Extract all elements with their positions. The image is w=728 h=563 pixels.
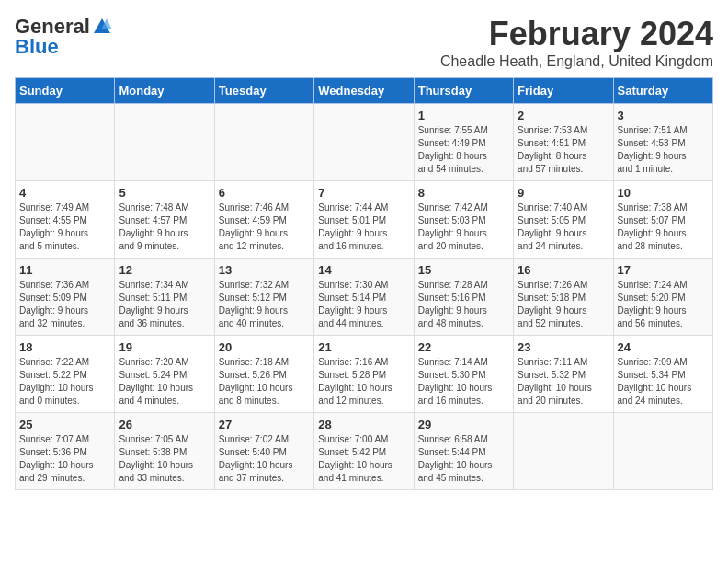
day-number: 4 xyxy=(19,186,110,200)
calendar-cell: 21Sunrise: 7:16 AM Sunset: 5:28 PM Dayli… xyxy=(314,336,414,413)
calendar-table: SundayMondayTuesdayWednesdayThursdayFrid… xyxy=(15,77,713,490)
day-info: Sunrise: 7:40 AM Sunset: 5:05 PM Dayligh… xyxy=(518,201,609,253)
day-info: Sunrise: 7:30 AM Sunset: 5:14 PM Dayligh… xyxy=(318,279,409,330)
calendar-cell: 22Sunrise: 7:14 AM Sunset: 5:30 PM Dayli… xyxy=(414,336,513,413)
calendar-cell xyxy=(514,413,613,490)
calendar-cell: 10Sunrise: 7:38 AM Sunset: 5:07 PM Dayli… xyxy=(613,181,712,259)
day-info: Sunrise: 7:22 AM Sunset: 5:22 PM Dayligh… xyxy=(19,356,110,408)
calendar-cell: 11Sunrise: 7:36 AM Sunset: 5:09 PM Dayli… xyxy=(16,259,115,336)
calendar-cell: 26Sunrise: 7:05 AM Sunset: 5:38 PM Dayli… xyxy=(115,413,214,490)
day-number: 27 xyxy=(219,418,310,431)
calendar-cell: 8Sunrise: 7:42 AM Sunset: 5:03 PM Daylig… xyxy=(414,181,513,259)
calendar-cell: 23Sunrise: 7:11 AM Sunset: 5:32 PM Dayli… xyxy=(514,336,613,413)
week-row-1: 1Sunrise: 7:55 AM Sunset: 4:49 PM Daylig… xyxy=(16,104,713,181)
calendar-cell: 27Sunrise: 7:02 AM Sunset: 5:40 PM Dayli… xyxy=(214,413,313,490)
calendar-cell: 15Sunrise: 7:28 AM Sunset: 5:16 PM Dayli… xyxy=(414,259,513,336)
calendar-cell: 17Sunrise: 7:24 AM Sunset: 5:20 PM Dayli… xyxy=(613,259,712,336)
week-row-2: 4Sunrise: 7:49 AM Sunset: 4:55 PM Daylig… xyxy=(16,181,713,259)
day-number: 15 xyxy=(418,263,509,277)
calendar-cell: 6Sunrise: 7:46 AM Sunset: 4:59 PM Daylig… xyxy=(214,181,313,259)
calendar-cell: 4Sunrise: 7:49 AM Sunset: 4:55 PM Daylig… xyxy=(16,181,115,259)
header: General Blue February 2024 Cheadle Heath… xyxy=(15,15,713,70)
day-number: 20 xyxy=(219,340,310,354)
day-info: Sunrise: 7:00 AM Sunset: 5:42 PM Dayligh… xyxy=(318,433,409,485)
day-info: Sunrise: 7:16 AM Sunset: 5:28 PM Dayligh… xyxy=(318,356,409,408)
calendar-cell: 16Sunrise: 7:26 AM Sunset: 5:18 PM Dayli… xyxy=(514,259,613,336)
day-info: Sunrise: 7:09 AM Sunset: 5:34 PM Dayligh… xyxy=(618,356,709,408)
logo-icon xyxy=(92,17,112,37)
day-number: 2 xyxy=(518,109,609,122)
day-info: Sunrise: 7:48 AM Sunset: 4:57 PM Dayligh… xyxy=(119,201,210,253)
day-info: Sunrise: 7:02 AM Sunset: 5:40 PM Dayligh… xyxy=(219,433,310,485)
calendar-cell: 3Sunrise: 7:51 AM Sunset: 4:53 PM Daylig… xyxy=(613,104,712,181)
location-title: Cheadle Heath, England, United Kingdom xyxy=(440,53,713,70)
day-number: 19 xyxy=(119,340,210,354)
day-number: 8 xyxy=(418,186,509,200)
weekday-header-friday: Friday xyxy=(514,78,613,104)
calendar-cell xyxy=(314,104,414,181)
day-info: Sunrise: 7:26 AM Sunset: 5:18 PM Dayligh… xyxy=(518,279,609,330)
calendar-cell xyxy=(115,104,214,181)
calendar-cell: 5Sunrise: 7:48 AM Sunset: 4:57 PM Daylig… xyxy=(115,181,214,259)
calendar-cell: 12Sunrise: 7:34 AM Sunset: 5:11 PM Dayli… xyxy=(115,259,214,336)
day-number: 17 xyxy=(618,263,709,277)
calendar-cell: 9Sunrise: 7:40 AM Sunset: 5:05 PM Daylig… xyxy=(514,181,613,259)
day-number: 23 xyxy=(518,340,609,354)
day-number: 21 xyxy=(318,340,409,354)
week-row-5: 25Sunrise: 7:07 AM Sunset: 5:36 PM Dayli… xyxy=(16,413,713,490)
day-number: 13 xyxy=(219,263,310,277)
day-info: Sunrise: 7:53 AM Sunset: 4:51 PM Dayligh… xyxy=(518,124,609,176)
calendar-cell: 29Sunrise: 6:58 AM Sunset: 5:44 PM Dayli… xyxy=(414,413,513,490)
day-number: 3 xyxy=(618,109,709,122)
day-info: Sunrise: 7:24 AM Sunset: 5:20 PM Dayligh… xyxy=(618,279,709,330)
month-title: February 2024 xyxy=(440,15,713,53)
day-info: Sunrise: 7:20 AM Sunset: 5:24 PM Dayligh… xyxy=(119,356,210,408)
calendar-cell xyxy=(613,413,712,490)
day-info: Sunrise: 7:38 AM Sunset: 5:07 PM Dayligh… xyxy=(618,201,709,253)
day-info: Sunrise: 7:11 AM Sunset: 5:32 PM Dayligh… xyxy=(518,356,609,408)
day-info: Sunrise: 7:18 AM Sunset: 5:26 PM Dayligh… xyxy=(219,356,310,408)
day-info: Sunrise: 7:55 AM Sunset: 4:49 PM Dayligh… xyxy=(418,124,509,176)
day-number: 18 xyxy=(19,340,110,354)
logo: General Blue xyxy=(15,15,112,59)
calendar-cell: 14Sunrise: 7:30 AM Sunset: 5:14 PM Dayli… xyxy=(314,259,414,336)
day-number: 11 xyxy=(19,263,110,277)
calendar-cell xyxy=(16,104,115,181)
day-info: Sunrise: 7:44 AM Sunset: 5:01 PM Dayligh… xyxy=(318,201,409,253)
day-number: 10 xyxy=(618,186,709,200)
weekday-header-sunday: Sunday xyxy=(16,78,115,104)
day-number: 28 xyxy=(318,418,409,431)
day-info: Sunrise: 7:14 AM Sunset: 5:30 PM Dayligh… xyxy=(418,356,509,408)
day-info: Sunrise: 7:07 AM Sunset: 5:36 PM Dayligh… xyxy=(19,433,110,485)
day-info: Sunrise: 7:36 AM Sunset: 5:09 PM Dayligh… xyxy=(19,279,110,330)
weekday-header-row: SundayMondayTuesdayWednesdayThursdayFrid… xyxy=(16,78,713,104)
calendar-cell: 20Sunrise: 7:18 AM Sunset: 5:26 PM Dayli… xyxy=(214,336,313,413)
day-number: 14 xyxy=(318,263,409,277)
weekday-header-tuesday: Tuesday xyxy=(214,78,313,104)
day-number: 6 xyxy=(219,186,310,200)
weekday-header-wednesday: Wednesday xyxy=(314,78,414,104)
calendar-cell: 28Sunrise: 7:00 AM Sunset: 5:42 PM Dayli… xyxy=(314,413,414,490)
day-number: 24 xyxy=(618,340,709,354)
day-info: Sunrise: 7:49 AM Sunset: 4:55 PM Dayligh… xyxy=(19,201,110,253)
calendar-cell: 2Sunrise: 7:53 AM Sunset: 4:51 PM Daylig… xyxy=(514,104,613,181)
calendar-cell xyxy=(214,104,313,181)
calendar-cell: 19Sunrise: 7:20 AM Sunset: 5:24 PM Dayli… xyxy=(115,336,214,413)
calendar-cell: 25Sunrise: 7:07 AM Sunset: 5:36 PM Dayli… xyxy=(16,413,115,490)
day-number: 7 xyxy=(318,186,409,200)
day-number: 12 xyxy=(119,263,210,277)
weekday-header-saturday: Saturday xyxy=(613,78,712,104)
day-info: Sunrise: 7:32 AM Sunset: 5:12 PM Dayligh… xyxy=(219,279,310,330)
day-number: 26 xyxy=(119,418,210,431)
calendar-cell: 13Sunrise: 7:32 AM Sunset: 5:12 PM Dayli… xyxy=(214,259,313,336)
week-row-4: 18Sunrise: 7:22 AM Sunset: 5:22 PM Dayli… xyxy=(16,336,713,413)
calendar-cell: 1Sunrise: 7:55 AM Sunset: 4:49 PM Daylig… xyxy=(414,104,513,181)
weekday-header-monday: Monday xyxy=(115,78,214,104)
day-number: 16 xyxy=(518,263,609,277)
day-info: Sunrise: 7:51 AM Sunset: 4:53 PM Dayligh… xyxy=(618,124,709,176)
day-number: 5 xyxy=(119,186,210,200)
day-info: Sunrise: 6:58 AM Sunset: 5:44 PM Dayligh… xyxy=(418,433,509,485)
day-number: 22 xyxy=(418,340,509,354)
day-info: Sunrise: 7:05 AM Sunset: 5:38 PM Dayligh… xyxy=(119,433,210,485)
day-number: 29 xyxy=(418,418,509,431)
